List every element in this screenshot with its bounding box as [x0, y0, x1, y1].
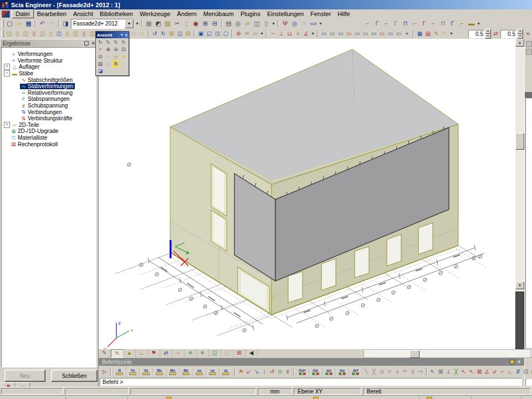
- zoom-selection-icon[interactable]: ⊙: [104, 53, 112, 60]
- result-button-ux[interactable]: ux: [193, 366, 206, 377]
- pen-icon[interactable]: ✎: [432, 30, 441, 38]
- ansicht-toolbar-header[interactable]: Ansicht ▼ ×: [96, 32, 129, 38]
- result-button-vy[interactable]: Vy: [126, 366, 139, 377]
- scroll-up-icon[interactable]: ▲: [515, 39, 524, 47]
- ortho-icon[interactable]: ⊥: [444, 367, 452, 376]
- dropdown-caret[interactable]: ▾: [449, 30, 454, 38]
- expand-toggle-icon[interactable]: +: [4, 122, 10, 128]
- open-document-icon[interactable]: ▱: [14, 19, 24, 28]
- result-button-gd[interactable]: Gd-: [309, 366, 322, 377]
- load-case-icon-11[interactable]: ⌐: [457, 19, 467, 28]
- folder-tool-icon[interactable]: ▱: [251, 30, 259, 38]
- tree-item-2d-teile[interactable]: +▱2D-Teile: [2, 122, 96, 129]
- beam-tool-icon-5[interactable]: ◫: [38, 30, 47, 38]
- expand-toggle-icon[interactable]: −: [4, 70, 10, 76]
- beam-tool-icon-4[interactable]: ▯: [30, 30, 38, 38]
- view-rotate-z-icon[interactable]: ↻: [112, 39, 120, 46]
- result-button-mx[interactable]: mx: [323, 366, 335, 377]
- tree-item-verformte-struktur[interactable]: ≈Verformte Struktur: [2, 58, 96, 64]
- nodes-result-icon[interactable]: ⊙: [276, 367, 284, 376]
- spinner-arrows[interactable]: ▲▼: [517, 29, 523, 39]
- snap-or-icon[interactable]: ⊻: [409, 367, 417, 376]
- pin-icon[interactable]: [510, 360, 514, 364]
- spinner-arrows[interactable]: ▲▼: [485, 29, 491, 39]
- draw-angle-icon[interactable]: ∠: [302, 30, 310, 38]
- close-icon[interactable]: ×: [91, 40, 95, 46]
- load-case-icon-3[interactable]: ⌐: [382, 19, 391, 28]
- mdi-child-icon[interactable]: [2, 11, 10, 18]
- surface-labels-icon[interactable]: ≈: [172, 349, 185, 357]
- extreme-min-icon[interactable]: ↙: [245, 367, 253, 376]
- perpendicular-snap-icon[interactable]: ⇙: [491, 367, 499, 376]
- load-case-icon-4[interactable]: Γ: [391, 19, 401, 28]
- result-button-def[interactable]: def: [349, 366, 362, 377]
- calculation-icon[interactable]: ◉: [191, 19, 201, 28]
- rendering-icon[interactable]: ≡: [197, 349, 209, 357]
- scale-value-1[interactable]: 0.5: [468, 30, 485, 38]
- results-panel-header[interactable]: Ergebnisse ×: [0, 39, 98, 48]
- status-units[interactable]: mm: [258, 388, 292, 395]
- draw-polyline-icon[interactable]: ⊔: [285, 30, 294, 38]
- dropdown-caret[interactable]: ▾: [271, 19, 276, 28]
- view-rotate-x-icon[interactable]: ↻: [96, 39, 104, 46]
- print-preview-icon[interactable]: ◎: [233, 19, 243, 28]
- tree-item-verformungen[interactable]: ≈Verformungen: [2, 51, 96, 58]
- solid-view-icon[interactable]: ◩: [154, 19, 163, 28]
- zoom-document-icon[interactable]: ◎: [290, 19, 299, 28]
- menu-item-datei[interactable]: Datei: [12, 9, 34, 18]
- viewport-hscrollbar[interactable]: [364, 349, 531, 358]
- supports-display-icon[interactable]: ▲: [124, 349, 136, 357]
- load-case-icon-6[interactable]: ⌐: [410, 19, 420, 28]
- status-plane[interactable]: Ebene XY: [294, 388, 361, 395]
- pin-icon[interactable]: [84, 41, 89, 45]
- scale-isolines-icon[interactable]: ≍: [524, 30, 532, 38]
- close-icon[interactable]: ×: [517, 359, 521, 365]
- beam-tool-icon-9[interactable]: ◫: [71, 30, 80, 38]
- tree-item-materialliste[interactable]: □Materialliste: [2, 135, 96, 141]
- preview-table-icon[interactable]: ◫: [221, 349, 233, 357]
- close-panel-button[interactable]: Schließen: [51, 370, 98, 382]
- light-icon[interactable]: ●: [120, 53, 127, 60]
- modify-tool-icon-4[interactable]: ▭: [345, 30, 353, 38]
- tree-item-auflager[interactable]: +△Auflager: [2, 64, 96, 70]
- zoom-in-icon[interactable]: ⊕: [104, 46, 112, 53]
- tree-item-schubspannung[interactable]: ♯Schubspannung: [2, 103, 96, 109]
- member-labels-icon[interactable]: ⇄: [160, 349, 172, 357]
- undo-icon[interactable]: ↶: [38, 19, 47, 28]
- snap-curve-icon[interactable]: ↪: [417, 367, 424, 376]
- beam-tool-icon-8[interactable]: ▯: [63, 30, 71, 38]
- load-case-icon-12[interactable]: ▬: [467, 19, 476, 28]
- tree-item-verbindungen[interactable]: ⇅Verbindungen: [2, 109, 96, 115]
- result-button-gd[interactable]: Gd+: [296, 366, 309, 377]
- ansicht-floating-toolbar[interactable]: Ansicht ▼ × ↻↻↻↻ +⊕⊖⊡ ⊙⊙▱● ▤▤B ◪: [95, 31, 129, 76]
- scale-spinner-1[interactable]: 0.5 ▲▼: [468, 30, 491, 38]
- view-settings-icon[interactable]: ▤: [96, 60, 104, 68]
- clipboard-icon[interactable]: ▯: [182, 19, 191, 28]
- refresh-results-icon[interactable]: ↺: [268, 367, 276, 376]
- load-case-icon-5[interactable]: ⊓: [401, 19, 410, 28]
- document-folder-icon[interactable]: ▱: [243, 19, 252, 28]
- move-icon[interactable]: +: [403, 30, 411, 38]
- beam-tool-icon-6[interactable]: ▯: [47, 30, 55, 38]
- loads-display-icon[interactable]: ∟: [136, 349, 148, 357]
- draw-perpendicular-icon[interactable]: ⊥: [277, 30, 285, 38]
- menu-item-fenster[interactable]: Fenster: [307, 10, 334, 18]
- node-pair-icon-1[interactable]: ∷: [130, 30, 138, 38]
- close-icon[interactable]: ×: [124, 33, 127, 38]
- modify-tool-icon-9[interactable]: ▭: [386, 30, 395, 38]
- dropdown-caret[interactable]: ▾: [135, 19, 140, 28]
- calculator-icon[interactable]: ▤: [530, 367, 532, 376]
- menu-item-ansicht[interactable]: Ansicht: [70, 10, 96, 18]
- dropdown-caret[interactable]: ▾: [476, 19, 481, 28]
- title-bar[interactable]: Scia Engineer - [Fassade2d+ 2012 : 1]: [0, 0, 532, 9]
- circle-equal-icon[interactable]: ⊜: [234, 30, 243, 38]
- center-snap-icon[interactable]: ⊡: [522, 367, 530, 376]
- result-button-mz[interactable]: Mz: [180, 366, 192, 377]
- new-document-icon[interactable]: ▢: [5, 19, 14, 28]
- project-window-icon[interactable]: ◨: [61, 19, 70, 28]
- menu-item-bearbeiten[interactable]: Bearbeiten: [34, 10, 70, 18]
- picture-gallery-icon[interactable]: ◫: [252, 19, 262, 28]
- collapse-icon[interactable]: ◀: [245, 349, 258, 357]
- swap-snap-icon[interactable]: ⇵: [514, 367, 522, 376]
- result-button-uz[interactable]: uz: [219, 366, 232, 377]
